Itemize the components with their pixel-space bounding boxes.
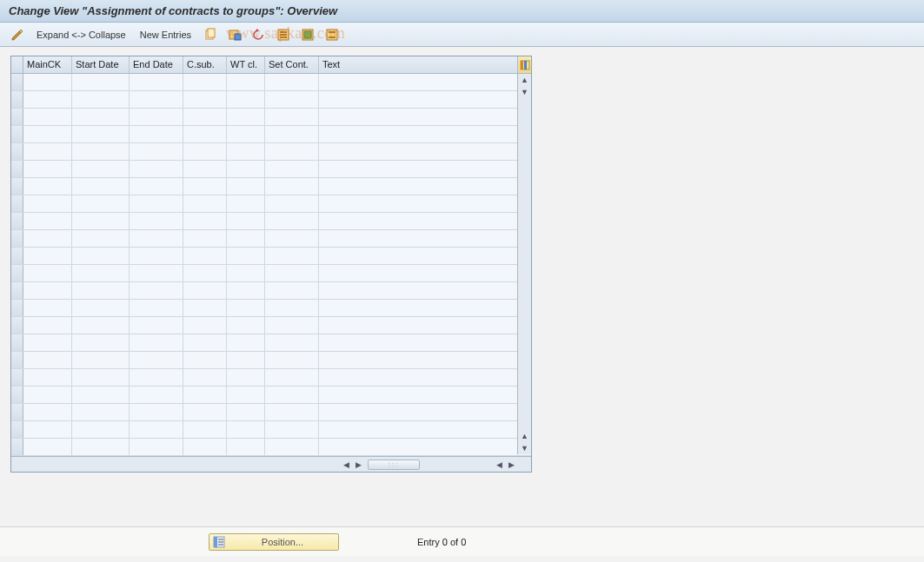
table-row[interactable] [11,161,531,178]
cell-text[interactable] [319,248,531,264]
cell-text[interactable] [319,178,531,195]
cell-wtcl[interactable] [227,265,265,281]
cell-text[interactable] [319,300,531,316]
cell-text[interactable] [319,387,531,403]
cell-wtcl[interactable] [227,213,265,229]
cell-csub[interactable] [183,126,227,142]
row-selector[interactable] [11,143,23,160]
cell-enddate[interactable] [130,387,183,403]
cell-mainck[interactable] [23,421,72,438]
row-selector[interactable] [11,161,23,177]
row-selector[interactable] [11,230,23,247]
cell-wtcl[interactable] [227,369,265,386]
cell-wtcl[interactable] [227,143,265,160]
scroll-left-icon[interactable]: ◀ [340,457,352,472]
table-row[interactable] [11,439,531,456]
vertical-scrollbar[interactable]: ▲ ▼ ▲ ▼ [517,56,531,454]
row-selector[interactable] [11,195,23,212]
table-row[interactable] [11,282,531,300]
cell-startdate[interactable] [72,109,130,125]
col-header-wtcl[interactable]: WT cl. [227,56,265,73]
undo-icon[interactable] [249,26,269,43]
copy-icon[interactable] [200,26,221,43]
cell-enddate[interactable] [130,317,183,334]
cell-csub[interactable] [183,334,227,351]
position-button[interactable]: Position... [209,533,339,551]
cell-startdate[interactable] [72,352,130,368]
row-selector[interactable] [11,317,23,334]
cell-setcont[interactable] [265,178,319,195]
cell-startdate[interactable] [72,230,130,247]
col-header-csub[interactable]: C.sub. [183,56,227,73]
cell-mainck[interactable] [23,387,72,403]
cell-enddate[interactable] [130,161,183,177]
cell-mainck[interactable] [23,404,72,420]
cell-mainck[interactable] [23,161,72,177]
cell-startdate[interactable] [72,178,130,195]
cell-text[interactable] [319,91,531,108]
cell-mainck[interactable] [23,248,72,264]
cell-text[interactable] [319,352,531,368]
cell-startdate[interactable] [72,161,130,177]
cell-mainck[interactable] [23,265,72,281]
delete-icon[interactable] [224,26,245,43]
cell-setcont[interactable] [265,282,319,299]
col-header-enddate[interactable]: End Date [130,56,183,73]
cell-enddate[interactable] [130,369,183,386]
cell-setcont[interactable] [265,161,319,177]
scroll-up2-icon[interactable]: ▲ [518,430,531,442]
cell-startdate[interactable] [72,421,130,438]
table-row[interactable] [11,248,531,265]
cell-csub[interactable] [183,317,227,334]
cell-setcont[interactable] [265,300,319,316]
scroll-down-icon[interactable]: ▼ [518,86,531,98]
cell-text[interactable] [319,317,531,334]
cell-csub[interactable] [183,387,227,403]
table-row[interactable] [11,265,531,282]
cell-wtcl[interactable] [227,404,265,420]
cell-startdate[interactable] [72,282,130,299]
cell-enddate[interactable] [130,195,183,212]
table-row[interactable] [11,213,531,230]
cell-enddate[interactable] [130,439,183,455]
cell-wtcl[interactable] [227,317,265,334]
cell-text[interactable] [319,369,531,386]
cell-csub[interactable] [183,282,227,299]
scroll-right-icon[interactable]: ▶ [352,457,364,472]
table-row[interactable] [11,352,531,369]
cell-csub[interactable] [183,195,227,212]
scroll-down2-icon[interactable]: ▼ [518,442,531,454]
cell-text[interactable] [319,230,531,247]
cell-startdate[interactable] [72,334,130,351]
cell-mainck[interactable] [23,213,72,229]
row-selector[interactable] [11,334,23,351]
cell-setcont[interactable] [265,74,319,90]
cell-setcont[interactable] [265,334,319,351]
row-selector[interactable] [11,213,23,229]
row-selector[interactable] [11,387,23,403]
cell-wtcl[interactable] [227,248,265,264]
cell-csub[interactable] [183,352,227,368]
cell-enddate[interactable] [130,248,183,264]
table-row[interactable] [11,109,531,126]
cell-startdate[interactable] [72,439,130,455]
col-header-text[interactable]: Text [319,56,531,73]
cell-startdate[interactable] [72,300,130,316]
cell-mainck[interactable] [23,282,72,299]
cell-startdate[interactable] [72,317,130,334]
cell-startdate[interactable] [72,91,130,108]
cell-setcont[interactable] [265,195,319,212]
row-selector[interactable] [11,178,23,195]
row-selector[interactable] [11,439,23,455]
cell-text[interactable] [319,439,531,455]
cell-csub[interactable] [183,74,227,90]
cell-csub[interactable] [183,213,227,229]
cell-wtcl[interactable] [227,439,265,455]
table-row[interactable] [11,195,531,213]
cell-wtcl[interactable] [227,109,265,125]
cell-text[interactable] [319,109,531,125]
cell-csub[interactable] [183,265,227,281]
cell-setcont[interactable] [265,109,319,125]
expand-collapse-button[interactable]: Expand <-> Collapse [31,26,131,43]
scroll-left2-icon[interactable]: ◀ [493,457,505,472]
